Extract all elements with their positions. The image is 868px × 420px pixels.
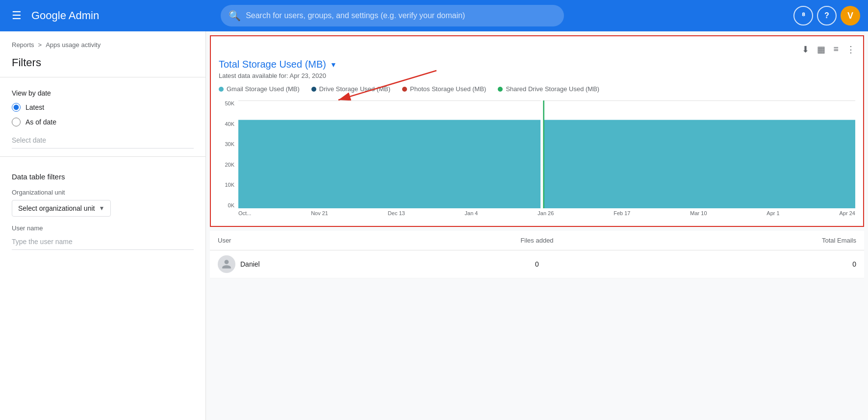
y-label-50k: 50K [225, 100, 234, 106]
legend-gmail-dot [219, 87, 224, 92]
breadcrumb-current: Apps usage activity [46, 41, 101, 49]
breadcrumb-separator: > [38, 41, 42, 49]
chart-subtitle: Latest data available for: Apr 23, 2020 [219, 72, 855, 79]
chart-bars-container: Oct... Nov 21 Dec 13 Jan 4 Jan 26 Feb 17… [238, 100, 855, 218]
radio-latest-input[interactable] [12, 103, 21, 112]
table-header-row: User Files added Total Emails [210, 231, 864, 250]
legend-drive-label: Drive Storage Used (MB) [319, 85, 390, 93]
x-label-oct: Oct... [238, 210, 251, 216]
user-name: Daniel [240, 260, 260, 268]
chart-legend: Gmail Storage Used (MB) Drive Storage Us… [219, 85, 855, 93]
search-icon: 🔍 [229, 10, 241, 22]
username-label: User name [12, 224, 194, 232]
content-area: ⬇ ▦ ≡ ⋮ Total Storage Used (MB) ▼ Latest… [206, 31, 868, 420]
download-icon[interactable]: ⬇ [802, 44, 809, 55]
divider-filters [0, 77, 205, 77]
svg-rect-3 [540, 100, 543, 208]
legend-gmail: Gmail Storage Used (MB) [219, 85, 300, 93]
svg-rect-2 [238, 120, 540, 208]
legend-shared-drive-dot [498, 87, 503, 92]
x-label-jan4: Jan 4 [465, 210, 478, 216]
top-navigation: ☰ Google Admin 🔍 ⁸ ? V [0, 0, 868, 31]
legend-shared-drive: Shared Drive Storage Used (MB) [498, 85, 599, 93]
user-avatar-icon [221, 259, 232, 270]
chart-svg [238, 100, 855, 208]
hamburger-menu-icon[interactable]: ☰ [8, 5, 26, 26]
username-input[interactable] [12, 234, 194, 250]
y-label-30k: 30K [225, 141, 234, 147]
y-label-20k: 20K [225, 162, 234, 168]
app-logo: Google Admin [31, 9, 99, 22]
filter-icon[interactable]: ≡ [833, 44, 839, 55]
x-label-apr24: Apr 24 [840, 210, 855, 216]
radio-latest-item[interactable]: Latest [12, 103, 194, 112]
data-table-filters-heading: Data table filters [12, 173, 194, 181]
y-label-10k: 10K [225, 182, 234, 188]
radio-as-of-date-label: As of date [26, 118, 56, 126]
x-label-nov21: Nov 21 [311, 210, 328, 216]
x-label-apr1: Apr 1 [766, 210, 779, 216]
legend-photos: Photos Storage Used (MB) [402, 85, 486, 93]
ou-dropdown-arrow-icon: ▼ [99, 205, 104, 212]
radio-as-of-date-item[interactable]: As of date [12, 118, 194, 126]
radio-as-of-date-input[interactable] [12, 118, 21, 126]
nav-icon-group: ⁸ ? V [793, 6, 860, 25]
divider-data-table [0, 156, 205, 157]
search-input[interactable] [246, 11, 556, 20]
sidebar: Reports > Apps usage activity Filters Vi… [0, 31, 206, 420]
user-avatar [218, 255, 235, 273]
breadcrumb-reports-link[interactable]: Reports [12, 41, 34, 49]
files-cell: 0 [431, 260, 643, 268]
legend-shared-drive-label: Shared Drive Storage Used (MB) [506, 85, 599, 93]
user-avatar-button[interactable]: V [841, 6, 860, 25]
x-label-jan26: Jan 26 [537, 210, 554, 216]
search-bar[interactable]: 🔍 [221, 5, 564, 26]
data-table-filters-section: Data table filters Organizational unit S… [0, 165, 205, 258]
emails-cell: 0 [643, 260, 856, 268]
chart-toolbar: ⬇ ▦ ≡ ⋮ [219, 44, 855, 55]
x-label-mar10: Mar 10 [690, 210, 707, 216]
ou-label: Organizational unit [12, 189, 194, 196]
main-layout: Reports > Apps usage activity Filters Vi… [0, 31, 868, 420]
chart-title[interactable]: Total Storage Used (MB) [219, 59, 326, 70]
support-icon-button[interactable]: ⁸ [793, 6, 813, 25]
legend-photos-dot [402, 87, 407, 92]
legend-photos-label: Photos Storage Used (MB) [410, 85, 486, 93]
view-by-date-label: View by date [12, 89, 194, 97]
chart-type-icon[interactable]: ▦ [817, 44, 825, 55]
svg-rect-4 [543, 100, 544, 208]
date-radio-group: Latest As of date [12, 103, 194, 126]
ou-select-button[interactable]: Select organizational unit ▼ [12, 200, 111, 217]
y-label-40k: 40K [225, 121, 234, 127]
x-label-feb17: Feb 17 [613, 210, 630, 216]
filters-heading: Filters [0, 52, 205, 77]
chart-title-row: Total Storage Used (MB) ▼ [219, 59, 855, 70]
view-by-date-section: View by date Latest As of date Select da… [0, 85, 205, 156]
chart-title-dropdown-icon[interactable]: ▼ [330, 61, 337, 69]
legend-drive: Drive Storage Used (MB) [311, 85, 390, 93]
breadcrumb: Reports > Apps usage activity [0, 31, 205, 52]
table-row: Daniel 0 0 [210, 250, 864, 278]
select-date-field[interactable]: Select date [12, 132, 194, 148]
x-label-dec13: Dec 13 [388, 210, 405, 216]
legend-gmail-label: Gmail Storage Used (MB) [227, 85, 300, 93]
radio-latest-label: Latest [26, 103, 44, 111]
x-axis: Oct... Nov 21 Dec 13 Jan 4 Jan 26 Feb 17… [238, 208, 855, 218]
table-col-emails-header: Total Emails [643, 237, 856, 244]
y-label-0k: 0K [228, 202, 234, 208]
svg-rect-5 [544, 120, 855, 208]
table-col-user-header: User [218, 237, 431, 244]
chart-panel: ⬇ ▦ ≡ ⋮ Total Storage Used (MB) ▼ Latest… [210, 35, 864, 227]
user-cell: Daniel [218, 255, 431, 273]
chart-bars-area: 50K 40K 30K 20K 10K 0K [219, 100, 855, 218]
help-icon-button[interactable]: ? [817, 6, 837, 25]
data-table-section: User Files added Total Emails Daniel 0 0 [210, 231, 864, 278]
table-col-files-header: Files added [431, 237, 643, 244]
more-options-icon[interactable]: ⋮ [846, 44, 855, 55]
y-axis: 50K 40K 30K 20K 10K 0K [219, 100, 238, 218]
legend-drive-dot [311, 87, 316, 92]
ou-select-label: Select organizational unit [18, 204, 95, 212]
